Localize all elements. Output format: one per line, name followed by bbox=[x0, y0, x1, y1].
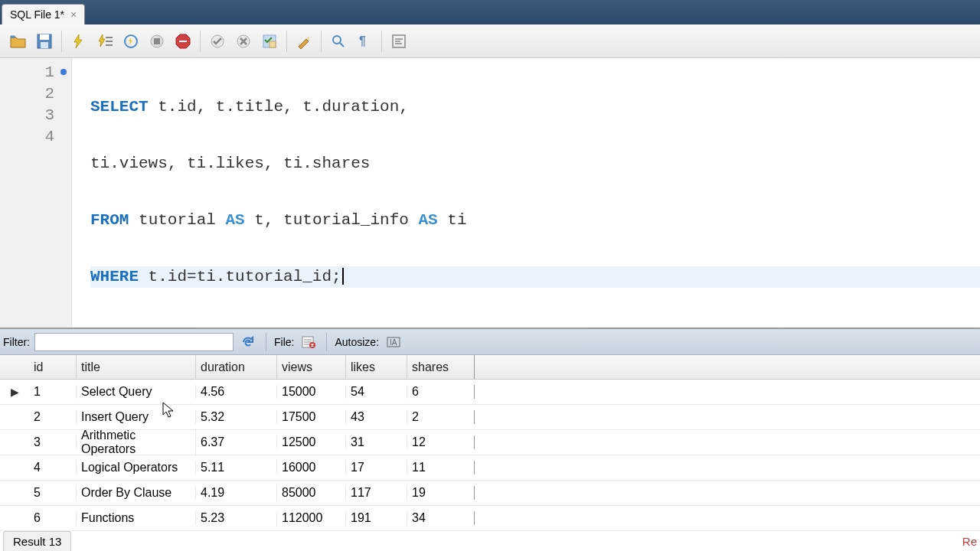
column-header-duration[interactable]: duration bbox=[196, 355, 277, 379]
gutter-line: 1 bbox=[0, 61, 71, 83]
svg-line-15 bbox=[340, 43, 344, 47]
gutter-line: 2 bbox=[0, 83, 71, 104]
autosize-button[interactable]: IA bbox=[384, 332, 403, 352]
cell-likes[interactable]: 17 bbox=[346, 461, 407, 474]
wrap-button[interactable] bbox=[387, 29, 411, 54]
column-header-title[interactable]: title bbox=[77, 355, 196, 379]
beautify-button[interactable] bbox=[292, 29, 316, 54]
row-indicator: ▶ bbox=[0, 386, 29, 398]
rollback-button[interactable] bbox=[231, 29, 256, 54]
column-header-id[interactable]: id bbox=[29, 355, 77, 379]
tab-bar: SQL File 1* × bbox=[0, 0, 980, 24]
cell-views[interactable]: 16000 bbox=[277, 461, 346, 474]
filter-bar: Filter: File: Autosize: IA bbox=[0, 329, 980, 355]
find-button[interactable] bbox=[326, 29, 351, 54]
cell-duration[interactable]: 5.11 bbox=[196, 461, 277, 474]
gutter: 1 2 3 4 bbox=[0, 58, 72, 328]
close-icon[interactable]: × bbox=[69, 8, 78, 21]
svg-rect-3 bbox=[106, 37, 113, 38]
cell-views[interactable]: 15000 bbox=[277, 385, 346, 399]
cell-duration[interactable]: 5.23 bbox=[196, 511, 277, 525]
cell-id[interactable]: 2 bbox=[29, 410, 77, 424]
code-area[interactable]: SELECT t.id, t.title, t.duration, ti.vie… bbox=[72, 58, 980, 328]
cell-title[interactable]: Insert Query bbox=[77, 410, 196, 424]
tab-sql-file-1[interactable]: SQL File 1* × bbox=[2, 4, 85, 24]
gutter-line: 3 bbox=[0, 104, 71, 126]
stop-button[interactable] bbox=[145, 29, 169, 54]
table-row[interactable]: 3Arithmetic Operators6.37125003112 bbox=[0, 430, 980, 455]
cell-duration[interactable]: 4.56 bbox=[196, 385, 277, 399]
cell-views[interactable]: 85000 bbox=[277, 486, 346, 500]
autocommit-button[interactable] bbox=[257, 29, 282, 54]
cell-duration[interactable]: 4.19 bbox=[196, 486, 277, 500]
cell-title[interactable]: Logical Operators bbox=[77, 461, 196, 474]
gutter-line: 4 bbox=[0, 126, 71, 147]
column-header-views[interactable]: views bbox=[277, 355, 346, 379]
cell-shares[interactable]: 19 bbox=[407, 486, 475, 500]
cell-shares[interactable]: 12 bbox=[407, 435, 475, 449]
results-panel: Filter: File: Autosize: IA id title dura… bbox=[0, 328, 980, 531]
cell-shares[interactable]: 34 bbox=[407, 511, 475, 525]
svg-text:¶: ¶ bbox=[359, 34, 366, 47]
table-row[interactable]: 4Logical Operators5.11160001711 bbox=[0, 455, 980, 481]
table-row[interactable]: 2Insert Query5.3217500432 bbox=[0, 405, 980, 430]
cell-title[interactable]: Arithmetic Operators bbox=[77, 429, 196, 456]
cell-id[interactable]: 5 bbox=[29, 486, 77, 500]
cell-title[interactable]: Functions bbox=[77, 511, 196, 525]
stop-red-button[interactable] bbox=[171, 29, 195, 54]
svg-rect-8 bbox=[154, 38, 160, 44]
svg-rect-4 bbox=[106, 41, 113, 42]
results-grid[interactable]: id title duration views likes shares ▶1S… bbox=[0, 355, 980, 531]
cell-views[interactable]: 17500 bbox=[277, 410, 346, 424]
table-row[interactable]: 5Order By Clause4.198500011719 bbox=[0, 481, 980, 506]
cell-id[interactable]: 3 bbox=[29, 435, 77, 449]
svg-rect-13 bbox=[270, 41, 276, 47]
svg-text:IA: IA bbox=[390, 338, 397, 347]
file-label: File: bbox=[274, 336, 294, 348]
cell-id[interactable]: 6 bbox=[29, 511, 77, 525]
execute-button[interactable] bbox=[67, 29, 91, 54]
export-file-button[interactable] bbox=[299, 332, 318, 352]
cell-shares[interactable]: 11 bbox=[407, 461, 475, 474]
cell-duration[interactable]: 6.37 bbox=[196, 435, 277, 449]
column-header-shares[interactable]: shares bbox=[407, 355, 475, 379]
filter-label: Filter: bbox=[3, 336, 30, 348]
open-file-button[interactable] bbox=[6, 29, 31, 54]
status-bar: Result 13 Re bbox=[0, 531, 980, 551]
cell-title[interactable]: Order By Clause bbox=[77, 486, 196, 500]
svg-rect-9 bbox=[179, 41, 187, 42]
cell-views[interactable]: 112000 bbox=[277, 511, 346, 525]
commit-button[interactable] bbox=[205, 29, 230, 54]
save-button[interactable] bbox=[32, 29, 57, 54]
svg-rect-5 bbox=[106, 44, 113, 46]
cell-likes[interactable]: 31 bbox=[346, 435, 407, 449]
execute-script-button[interactable] bbox=[93, 29, 117, 54]
cell-shares[interactable]: 2 bbox=[407, 410, 475, 424]
cell-title[interactable]: Select Query bbox=[77, 385, 196, 399]
column-header-likes[interactable]: likes bbox=[346, 355, 407, 379]
cell-shares[interactable]: 6 bbox=[407, 385, 475, 399]
cell-duration[interactable]: 5.32 bbox=[196, 410, 277, 424]
toggle-invisible-button[interactable]: ¶ bbox=[352, 29, 377, 54]
svg-rect-1 bbox=[40, 34, 49, 40]
explain-button[interactable] bbox=[119, 29, 143, 54]
table-row[interactable]: ▶1Select Query4.5615000546 bbox=[0, 380, 980, 405]
tab-label: SQL File 1* bbox=[10, 8, 64, 21]
cell-id[interactable]: 4 bbox=[29, 461, 77, 474]
keyword: SELECT bbox=[90, 98, 149, 116]
cell-views[interactable]: 12500 bbox=[277, 435, 346, 449]
table-row[interactable]: 6Functions5.2311200019134 bbox=[0, 506, 980, 531]
sql-editor[interactable]: 1 2 3 4 SELECT t.id, t.title, t.duration… bbox=[0, 58, 980, 328]
status-right: Re bbox=[962, 535, 980, 548]
refresh-button[interactable] bbox=[238, 332, 258, 352]
cell-likes[interactable]: 54 bbox=[346, 385, 407, 399]
cell-id[interactable]: 1 bbox=[29, 385, 77, 399]
filter-input[interactable] bbox=[34, 333, 234, 351]
svg-rect-2 bbox=[41, 42, 48, 48]
keyword: AS bbox=[225, 211, 244, 229]
cell-likes[interactable]: 117 bbox=[346, 486, 407, 500]
cell-likes[interactable]: 43 bbox=[346, 410, 407, 424]
cell-likes[interactable]: 191 bbox=[346, 511, 407, 525]
keyword: FROM bbox=[90, 211, 129, 229]
result-tab[interactable]: Result 13 bbox=[3, 531, 71, 551]
